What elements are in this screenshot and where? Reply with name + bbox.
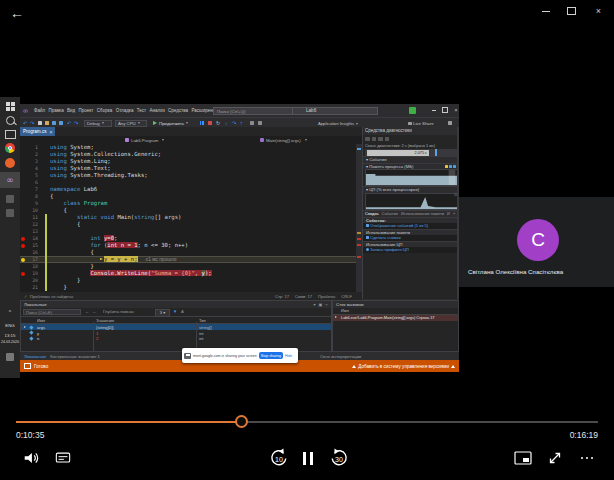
hide-link: Hide [285, 354, 292, 358]
seek-bar-progress [16, 421, 242, 423]
tray-language: ENG [0, 323, 20, 328]
breadcrumb-member: Main(string[] args) [260, 136, 307, 144]
diag-tool-icon [365, 137, 370, 142]
start-icon [4, 100, 16, 112]
line-number: 13 [27, 228, 38, 235]
line-number: 15 [27, 242, 38, 249]
diag-tabs-overflow-icon: » [453, 211, 455, 216]
svg-text:10: 10 [275, 456, 283, 463]
locals-column-Значение: Значение [96, 318, 114, 323]
visual-studio-taskbar-icon: ∞ [0, 172, 20, 188]
diag-tab-Использование памяти: Использование памяти [401, 211, 444, 216]
filter-funnel-icon: ▼ [173, 309, 177, 314]
method-icon [260, 138, 264, 142]
open-file-icon [45, 120, 49, 126]
application-insights-dropdown: Application Insights [318, 121, 358, 126]
diagnostics-timeline: 2,075 с [365, 149, 459, 156]
close-button[interactable]: × [586, 0, 611, 22]
diag-tab-События: События [382, 211, 399, 216]
participant-avatar: C [517, 219, 559, 261]
visual-studio-window: ∞ ФайлПравкаВидПроектСборкаОтладкаТестАн… [20, 104, 459, 372]
feedback-icon [448, 120, 452, 126]
panel-tab-Контрольные значения 1: Контрольные значения 1 [50, 354, 100, 359]
line-number: 1 [27, 144, 38, 151]
call-stack-panel: Стек вызовов Имя Lab6.exe!Lab6.Program.M… [332, 300, 459, 352]
memory-graph [365, 169, 459, 186]
new-file-icon [38, 120, 42, 126]
fullscreen-button[interactable] [547, 450, 563, 466]
fullscreen-icon [547, 450, 563, 466]
mini-player-button[interactable] [514, 450, 532, 465]
line-number: 7 [27, 186, 38, 193]
stop-sharing-button: Stop sharing [259, 352, 283, 359]
events-icon [366, 224, 369, 227]
diagnostic-tools-panel: Средства диагностики Сеанс диагностики: … [362, 127, 459, 299]
line-number: 12 [27, 221, 38, 228]
minimize-button[interactable] [533, 0, 558, 22]
add-to-source-control: Добавить в систему управления версиями [352, 364, 459, 369]
line-number: 20 [27, 277, 38, 284]
pause-button[interactable] [301, 450, 315, 466]
locals-header-row: ИмяЗначениеТип [21, 317, 331, 324]
menu-item-Отладка: Отладка [116, 108, 134, 113]
account-presence-badge [409, 107, 416, 114]
code-line-21: 21 } [20, 284, 356, 291]
timeline-handle-icon [435, 149, 437, 156]
seek-bar-handle[interactable] [235, 415, 248, 428]
variable-icon [29, 331, 33, 335]
skip-forward-30-button[interactable]: 30 [329, 447, 349, 467]
ellipsis-icon [581, 457, 593, 459]
more-options-button[interactable] [577, 453, 597, 463]
lightbulb-icon [21, 258, 25, 262]
call-stack-title: Стек вызовов [333, 301, 458, 308]
diagnostics-toolbar [363, 135, 459, 142]
menu-item-Вид: Вид [67, 108, 75, 113]
line-number: 5 [27, 172, 38, 179]
line-number: 8 [27, 193, 38, 200]
cpu-graph: 100 0 [365, 193, 459, 210]
nav-forward-icon: ↷ [30, 120, 34, 126]
call-stack-frame: Lab6.exe!Lab6.Program.Main(string[] args… [333, 315, 458, 321]
menu-item-Файл: Файл [34, 108, 45, 113]
pause-icon [303, 452, 312, 465]
code-line-9: 9 class Program [20, 200, 356, 207]
variable-name: n [37, 336, 39, 341]
video-surface[interactable]: ∞ ^ ENG 13:15 24.03.2020 ∞ ФайлПравкаВид… [0, 92, 614, 392]
locals-search-row: Поиск (Ctrl+E) ← → Глубина поиска: 3 ▾ ▼… [21, 308, 331, 317]
code-line-3: 3using System.Linq; [20, 158, 356, 165]
change-bar [45, 284, 47, 291]
variable-icon [29, 325, 33, 329]
volume-button[interactable] [22, 449, 40, 467]
search-depth-dropdown: 3 ▾ [155, 309, 170, 317]
solution-platform-dropdown: Any CPU [115, 120, 147, 127]
participant-tile: C Світлана Олексіївна Спасітєлєва [459, 197, 614, 287]
panel-tab-immediate: Окно интерпретации [320, 354, 361, 359]
locals-search-box: Поиск (Ctrl+E) [23, 309, 81, 315]
panel-close-icon: × [324, 303, 329, 307]
tab-close-icon: × [50, 129, 53, 135]
mini-player-icon [514, 451, 532, 465]
diag-tool-icon [372, 137, 377, 142]
search-next-icon: → [92, 309, 96, 314]
code-line-1: 1using System; [20, 144, 356, 151]
status-ready: Готово [34, 364, 48, 369]
save-all-icon [59, 120, 63, 126]
diag-tab-И: И [447, 211, 450, 216]
vs-search-box: Поиск (Ctrl+Q) [213, 107, 299, 115]
code-line-10: 10 { [20, 207, 356, 214]
code-line-11: 11 static void Main(string[] args) [20, 214, 356, 221]
line-number: 10 [27, 207, 38, 214]
timeline-value: 2,075 с [367, 150, 429, 156]
skip-back-10-button[interactable]: 10 [269, 447, 289, 467]
problems-status: Проблемы не найдены [30, 294, 74, 299]
total-time: 0:16:19 [570, 430, 598, 440]
maximize-button[interactable] [559, 0, 584, 22]
search-prev-icon: ← [85, 309, 89, 314]
back-button[interactable]: ← [6, 3, 28, 23]
indicator-item: CRLF [341, 294, 352, 299]
record-icon [366, 248, 369, 251]
variable-type: int [199, 336, 203, 341]
line-number: 21 [27, 284, 38, 291]
live-share-button: Live Share [408, 121, 434, 126]
closed-captions-button[interactable] [55, 450, 71, 466]
